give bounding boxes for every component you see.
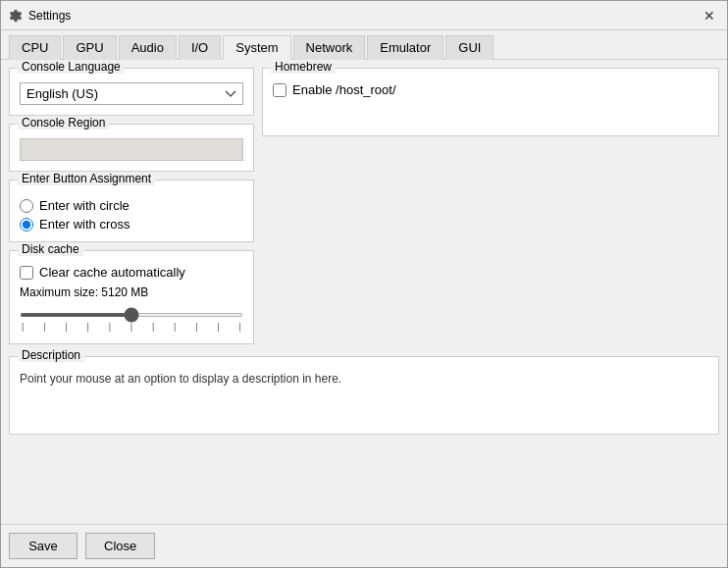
tab-system[interactable]: System <box>223 35 290 60</box>
slider-container: | | | | | | | | | | | <box>20 303 243 334</box>
footer: Save Close <box>1 524 727 567</box>
tick-5: | <box>109 322 111 332</box>
left-panel: Console Language English (US) Japanese F… <box>9 68 254 344</box>
tick-11: | <box>239 322 241 332</box>
description-title: Description <box>18 348 84 362</box>
radio-cross-label: Enter with cross <box>39 217 130 232</box>
radio-circle-label: Enter with circle <box>39 198 130 213</box>
console-language-title: Console Language <box>18 60 125 74</box>
title-bar: Settings ✕ <box>1 1 727 30</box>
tick-7: | <box>152 322 154 332</box>
tab-bar: CPU GPU Audio I/O System Network Emulato… <box>1 30 727 60</box>
tick-3: | <box>65 322 67 332</box>
enter-button-radio-group: Enter with circle Enter with cross <box>20 198 243 232</box>
tab-audio[interactable]: Audio <box>119 35 177 60</box>
radio-circle-input[interactable] <box>20 199 33 213</box>
main-content: Console Language English (US) Japanese F… <box>1 60 727 524</box>
homebrew-title: Homebrew <box>271 60 336 74</box>
settings-window: Settings ✕ CPU GPU Audio I/O System Netw… <box>0 0 728 568</box>
homebrew-group: Homebrew Enable /host_root/ <box>262 68 719 136</box>
tick-2: | <box>43 322 45 332</box>
description-text: Point your mouse at an option to display… <box>20 372 341 386</box>
window-title: Settings <box>28 9 71 23</box>
max-size-label: Maximum size: 5120 MB <box>20 285 243 299</box>
enable-host-root-checkbox[interactable] <box>273 83 286 97</box>
disk-cache-slider[interactable] <box>20 313 243 317</box>
tab-gui[interactable]: GUI <box>445 35 494 60</box>
tick-9: | <box>195 322 197 332</box>
description-section: Description Point your mouse at an optio… <box>9 356 719 435</box>
radio-enter-cross[interactable]: Enter with cross <box>20 217 243 232</box>
radio-cross-input[interactable] <box>20 218 33 232</box>
title-bar-left: Settings <box>9 9 71 23</box>
top-row: Console Language English (US) Japanese F… <box>9 68 719 344</box>
enable-host-root-text: Enable /host_root/ <box>292 82 396 97</box>
settings-icon <box>9 9 23 23</box>
console-region-title: Console Region <box>18 116 109 129</box>
clear-cache-checkbox-label[interactable]: Clear cache automatically <box>20 265 243 280</box>
clear-cache-checkbox[interactable] <box>20 266 33 280</box>
save-button[interactable]: Save <box>9 533 78 559</box>
disk-cache-group: Disk cache Clear cache automatically Max… <box>9 250 254 344</box>
tick-10: | <box>217 322 219 332</box>
console-region-group: Console Region <box>9 124 254 172</box>
tab-emulator[interactable]: Emulator <box>367 35 443 60</box>
tick-4: | <box>86 322 88 332</box>
console-language-select[interactable]: English (US) Japanese French Spanish Ger… <box>20 82 243 105</box>
console-language-group: Console Language English (US) Japanese F… <box>9 68 254 116</box>
enter-button-title: Enter Button Assignment <box>18 172 155 185</box>
tab-network[interactable]: Network <box>293 35 366 60</box>
slider-ticks: | | | | | | | | | | | <box>20 322 243 332</box>
description-box: Description Point your mouse at an optio… <box>9 356 719 435</box>
tab-gpu[interactable]: GPU <box>63 35 116 60</box>
clear-cache-label: Clear cache automatically <box>39 265 185 280</box>
enable-host-root-label[interactable]: Enable /host_root/ <box>273 82 708 97</box>
tab-io[interactable]: I/O <box>179 35 221 60</box>
radio-enter-circle[interactable]: Enter with circle <box>20 198 243 213</box>
right-panel: Homebrew Enable /host_root/ <box>262 68 719 344</box>
tick-1: | <box>22 322 24 332</box>
tick-8: | <box>174 322 176 332</box>
disk-cache-title: Disk cache <box>18 242 83 256</box>
tick-6: | <box>130 322 132 332</box>
console-region-select[interactable] <box>20 138 243 161</box>
enter-button-group: Enter Button Assignment Enter with circl… <box>9 180 254 242</box>
window-close-button[interactable]: ✕ <box>700 6 719 26</box>
close-button[interactable]: Close <box>85 533 155 559</box>
tab-cpu[interactable]: CPU <box>9 35 61 60</box>
